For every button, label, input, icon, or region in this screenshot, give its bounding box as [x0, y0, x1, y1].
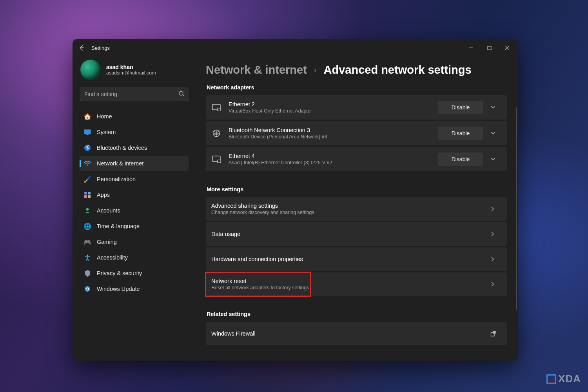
maximize-button[interactable]: [480, 39, 498, 56]
hardware-connection-properties[interactable]: Hardware and connection properties: [206, 247, 507, 271]
user-profile[interactable]: asad khan asadsim@hotmail.com: [80, 60, 189, 80]
sidebar-item-accessibility[interactable]: Accessibility: [80, 250, 189, 265]
bluetooth-icon: [83, 144, 91, 152]
adapter-title: Ethernet 4: [229, 153, 431, 159]
adapter-row: Ethernet 2 VirtualBox Host-Only Ethernet…: [206, 95, 507, 120]
svg-rect-17: [218, 160, 221, 163]
user-email: asadsim@hotmail.com: [106, 70, 156, 76]
sidebar-item-time[interactable]: 🌐Time & language: [80, 219, 189, 234]
svg-point-5: [87, 164, 88, 165]
link-title: Advanced sharing settings: [211, 203, 490, 209]
external-link-icon: [490, 331, 501, 337]
disable-button[interactable]: Disable: [438, 127, 483, 140]
svg-point-11: [87, 255, 88, 256]
watermark: XDA: [546, 373, 581, 385]
expand-button[interactable]: [490, 156, 501, 162]
arrow-left-icon: [79, 45, 85, 51]
chevron-right-icon: [490, 206, 501, 212]
disable-button[interactable]: Disable: [438, 101, 483, 114]
link-title: Hardware and connection properties: [211, 256, 490, 262]
breadcrumb-parent[interactable]: Network & internet: [206, 64, 307, 76]
section-related-title: Related settings: [207, 311, 507, 317]
svg-rect-2: [84, 130, 91, 134]
link-title: Windows Firewall: [211, 330, 490, 337]
search-box[interactable]: [80, 87, 189, 101]
svg-rect-14: [218, 108, 221, 111]
main-content: Network & internet › Advanced network se…: [194, 56, 518, 361]
svg-rect-8: [84, 195, 87, 198]
minimize-button[interactable]: [462, 39, 480, 56]
svg-rect-6: [84, 192, 87, 194]
sidebar-item-label: Network & internet: [97, 160, 143, 167]
window-title: Settings: [91, 45, 110, 51]
breadcrumb: Network & internet › Advanced network se…: [206, 64, 507, 76]
adapter-row: Bluetooth Network Connection 3 Bluetooth…: [206, 121, 507, 145]
adapter-sub: VirtualBox Host-Only Ethernet Adapter: [229, 108, 431, 114]
titlebar: Settings: [73, 39, 518, 56]
link-title: Data usage: [211, 231, 490, 237]
expand-button[interactable]: [490, 131, 501, 136]
sidebar-item-privacy[interactable]: Privacy & security: [80, 266, 189, 281]
apps-icon: [83, 191, 91, 199]
chevron-down-icon: [490, 156, 496, 162]
section-more-title: More settings: [207, 186, 507, 192]
sidebar-item-network[interactable]: Network & internet: [80, 156, 189, 171]
svg-point-10: [86, 208, 89, 211]
network-reset[interactable]: Network reset Reset all network adapters…: [206, 272, 507, 296]
expand-button[interactable]: [490, 105, 501, 110]
sidebar-item-label: System: [97, 129, 116, 135]
scrollbar[interactable]: [516, 107, 517, 310]
search-input[interactable]: [80, 87, 189, 101]
sidebar-item-label: Accessibility: [97, 254, 128, 261]
sidebar-item-home[interactable]: 🏠Home: [80, 109, 189, 124]
svg-rect-0: [488, 46, 491, 50]
settings-window: Settings asad khan asadsim@hotmail.com 🏠…: [73, 39, 518, 361]
sidebar-item-accounts[interactable]: Accounts: [80, 203, 189, 218]
sidebar-item-label: Home: [97, 113, 112, 120]
sidebar-item-update[interactable]: Windows Update: [80, 281, 189, 296]
chevron-right-icon: ›: [314, 65, 317, 74]
sidebar-item-label: Bluetooth & devices: [97, 145, 147, 151]
svg-point-1: [179, 91, 183, 95]
maximize-icon: [487, 46, 492, 50]
avatar: [80, 60, 101, 80]
link-sub: Change network discovery and sharing set…: [211, 210, 490, 215]
adapter-sub: Bluetooth Device (Personal Area Network)…: [229, 134, 431, 140]
svg-point-12: [85, 286, 90, 292]
sidebar-item-personalization[interactable]: 🖌️Personalization: [80, 172, 189, 187]
adapter-row: Ethernet 4 Asad | Intel(R) Ethernet Cont…: [206, 147, 507, 171]
chevron-down-icon: [490, 105, 496, 110]
bluetooth-net-icon: [211, 129, 221, 137]
close-icon: [505, 45, 510, 50]
close-button[interactable]: [498, 39, 516, 56]
system-icon: [83, 128, 91, 136]
sidebar-item-label: Gaming: [97, 239, 117, 245]
sidebar-item-system[interactable]: System: [80, 125, 189, 140]
sidebar: asad khan asadsim@hotmail.com 🏠Home Syst…: [73, 56, 194, 361]
gamepad-icon: 🎮: [83, 238, 91, 246]
user-name: asad khan: [106, 64, 156, 70]
minimize-icon: [469, 45, 474, 50]
brush-icon: 🖌️: [83, 175, 91, 183]
nav-list: 🏠Home System Bluetooth & devices Network…: [80, 109, 189, 296]
watermark-text: XDA: [558, 373, 581, 385]
sidebar-item-apps[interactable]: Apps: [80, 187, 189, 202]
advanced-sharing-settings[interactable]: Advanced sharing settings Change network…: [206, 197, 507, 221]
section-adapters-title: Network adapters: [207, 84, 507, 91]
sidebar-item-bluetooth[interactable]: Bluetooth & devices: [80, 140, 189, 155]
data-usage[interactable]: Data usage: [206, 222, 507, 246]
disable-button[interactable]: Disable: [438, 152, 483, 166]
sidebar-item-label: Accounts: [97, 207, 120, 214]
svg-rect-7: [88, 192, 91, 194]
sidebar-item-label: Time & language: [97, 223, 140, 229]
update-icon: [83, 285, 91, 293]
search-icon: [178, 91, 185, 97]
sidebar-item-gaming[interactable]: 🎮Gaming: [80, 234, 189, 249]
globe-clock-icon: 🌐: [83, 222, 91, 230]
sidebar-item-label: Privacy & security: [97, 270, 142, 276]
ethernet-icon: [211, 104, 221, 111]
back-button[interactable]: [74, 39, 90, 56]
adapter-sub: Asad | Intel(R) Ethernet Controller (3) …: [229, 160, 431, 165]
windows-firewall[interactable]: Windows Firewall: [206, 322, 507, 345]
shield-icon: [83, 269, 91, 277]
